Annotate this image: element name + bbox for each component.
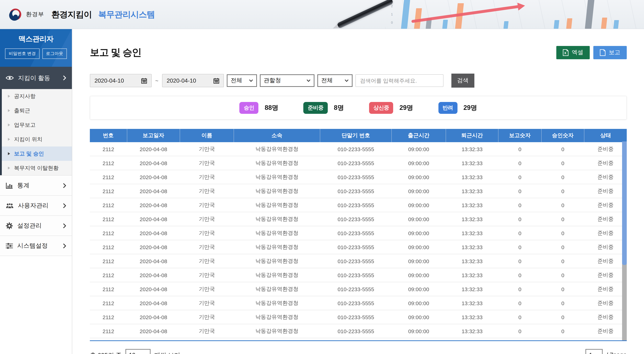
cell-name: 기만국	[180, 226, 234, 240]
sidebar-item-label: 지킴이 활동	[18, 74, 50, 82]
table-row[interactable]: 2112 2020-04-08 기만국 낙동강유역환경청 010-2233-55…	[90, 212, 627, 226]
calendar-icon	[141, 78, 147, 83]
cell-name: 기만국	[180, 282, 234, 296]
preparing-count: 8명	[334, 103, 344, 112]
cell-device-number: 010-2233-5555	[320, 282, 392, 296]
sidebar-item-settings-management[interactable]: 설정관리	[0, 215, 72, 236]
status-select[interactable]: 전체	[317, 74, 352, 87]
cell-clock-in: 09:00:00	[392, 184, 446, 198]
change-password-button[interactable]: 비밀번호 변경	[5, 48, 40, 59]
cell-status: 준비중	[584, 310, 627, 324]
cell-report-count: 0	[498, 338, 542, 341]
cell-status: 준비중	[584, 170, 627, 184]
sidebar-item-activity[interactable]: 지킴이 활동	[0, 67, 72, 89]
table-row[interactable]: 2112 2020-04-08 기만국 낙동강유역환경청 010-2233-55…	[90, 324, 627, 338]
table-row[interactable]: 2112 2020-04-08 기만국 낙동강유역환경청 010-2233-55…	[90, 184, 627, 198]
table-row[interactable]: 2112 2020-04-08 기만국 낙동강유역환경청 010-2233-55…	[90, 156, 627, 170]
cell-device-number: 010-2233-5555	[320, 338, 392, 341]
cell-report-date: 2020-04-08	[127, 254, 180, 268]
sidebar-item-attendance[interactable]: 출퇴근	[2, 103, 72, 118]
cell-device-number: 010-2233-5555	[320, 226, 392, 240]
table-row[interactable]: 2112 2020-04-08 기만국 낙동강유역환경청 010-2233-55…	[90, 296, 627, 310]
table-row[interactable]: 2112 2020-04-08 기만국 낙동강유역환경청 010-2233-55…	[90, 142, 627, 156]
cell-name: 기만국	[180, 212, 234, 226]
chevron-right-icon	[63, 223, 66, 228]
table-scrollbar-track[interactable]	[622, 141, 627, 340]
chevron-down-icon	[306, 79, 310, 82]
cell-clock-out: 13:32:33	[446, 282, 498, 296]
table-row[interactable]: 2112 2020-04-08 기만국 낙동강유역환경청 010-2233-55…	[90, 240, 627, 254]
cell-affiliation: 낙동강유역환경청	[234, 142, 320, 156]
cell-name: 기만국	[180, 184, 234, 198]
table-scrollbar-thumb[interactable]	[622, 141, 627, 265]
cell-affiliation: 낙동강유역환경청	[234, 198, 320, 212]
cell-clock-out: 13:32:33	[446, 296, 498, 310]
sidebar-item-statistics[interactable]: 통계	[0, 175, 72, 195]
report-button[interactable]: 보고	[593, 46, 627, 59]
cell-device-number: 010-2233-5555	[320, 268, 392, 282]
cell-name: 기만국	[180, 296, 234, 310]
cell-clock-in: 09:00:00	[392, 198, 446, 212]
cell-report-count: 0	[498, 254, 542, 268]
cell-report-date: 2020-04-08	[127, 282, 180, 296]
table-row[interactable]: 2112 2020-04-08 기만국 낙동강유역환경청 010-2233-55…	[90, 268, 627, 282]
summary-approved: 승인 88명	[240, 102, 278, 114]
cell-status: 준비중	[584, 254, 627, 268]
sidebar-item-user-management[interactable]: 사용자관리	[0, 195, 72, 215]
cell-report-count: 0	[498, 282, 542, 296]
date-from-input[interactable]: 2020-04-10	[90, 74, 152, 87]
deco-bar	[442, 20, 448, 29]
approved-count: 88명	[265, 103, 278, 112]
cell-clock-in: 09:00:00	[392, 310, 446, 324]
cell-report-count: 0	[498, 268, 542, 282]
report-button-label: 보고	[609, 49, 620, 56]
page-number-select[interactable]: 1	[586, 349, 603, 354]
chevron-right-icon	[63, 243, 66, 248]
document-icon	[600, 49, 606, 56]
col-device-number: 단말기 번호	[320, 129, 392, 142]
cell-name: 기만국	[180, 324, 234, 338]
table-row[interactable]: 2112 2020-04-08 기만국 낙동강유역환경청 010-2233-55…	[90, 310, 627, 324]
cell-number: 2112	[90, 212, 127, 226]
table-row[interactable]: 2112 2020-04-08 기만국 낙동강유역환경청 010-2233-55…	[90, 170, 627, 184]
logout-button[interactable]: 로그아웃	[42, 48, 67, 59]
office-select[interactable]: 관할청	[260, 74, 314, 87]
sidebar-item-notices[interactable]: 공지사항	[2, 89, 72, 103]
cell-report-date: 2020-04-08	[127, 156, 180, 170]
table-header: 번호 보고일자 이름 소속 단말기 번호 출근시간 퇴근시간 보고숫자 승인숫자…	[90, 129, 627, 142]
cell-approval-count: 0	[542, 324, 584, 338]
region-select[interactable]: 전체	[227, 74, 257, 87]
sidebar-item-area-departure[interactable]: 복무지역 이탈현황	[2, 161, 72, 175]
cell-status: 준비중	[584, 324, 627, 338]
table-row[interactable]: 2112 2020-04-08 기만국 낙동강유역환경청 010-2233-55…	[90, 282, 627, 296]
cell-name: 기만국	[180, 254, 234, 268]
sidebar-item-keeper-location[interactable]: 지킴이 위치	[2, 132, 72, 146]
table-footer: 총 605건 중 10 개씩 보기 1 / 7page	[90, 349, 627, 354]
page-size-select[interactable]: 10	[126, 349, 150, 354]
table-row[interactable]: 2112 2020-04-08 기만국 낙동강유역환경청 010-2233-55…	[90, 226, 627, 240]
sidebar-item-report-approval[interactable]: 보고 및 승인	[2, 146, 72, 161]
cell-name: 기만국	[180, 310, 234, 324]
cell-affiliation: 낙동강유역환경청	[234, 212, 320, 226]
table-row[interactable]: 2112 2020-04-08 기만국 낙동강유역환경청 010-2233-55…	[90, 198, 627, 212]
sidebar-item-work-report[interactable]: 업무보고	[2, 118, 72, 132]
cell-status: 준비중	[584, 240, 627, 254]
table-row[interactable]: 2112 2020-04-08 기만국 낙동강유역환경청 010-2233-55…	[90, 254, 627, 268]
chevron-right-icon	[63, 203, 66, 208]
date-to-input[interactable]: 2020-04-10	[162, 74, 224, 87]
cell-affiliation: 낙동강유역환경청	[234, 184, 320, 198]
table-row[interactable]: 2112 2020-04-08 기만국 낙동강유역환경청 010-2233-55…	[90, 338, 627, 341]
deco-bar	[554, 20, 559, 29]
sidebar-item-system-settings[interactable]: 시스템설정	[0, 236, 72, 256]
cell-clock-in: 09:00:00	[392, 282, 446, 296]
main-content: 보고 및 승인 X 엑셀 보고 2020-04-10	[72, 29, 644, 354]
sliders-icon	[6, 243, 13, 249]
excel-export-button[interactable]: X 엑셀	[556, 46, 590, 59]
search-input[interactable]	[356, 74, 444, 87]
search-button[interactable]: 검색	[452, 74, 474, 88]
rejected-count: 29명	[464, 103, 477, 112]
sidebar-item-label: 통계	[17, 181, 30, 190]
cell-name: 기만국	[180, 198, 234, 212]
status-badge-rejected: 반려	[438, 102, 457, 114]
cell-clock-out: 13:32:33	[446, 142, 498, 156]
